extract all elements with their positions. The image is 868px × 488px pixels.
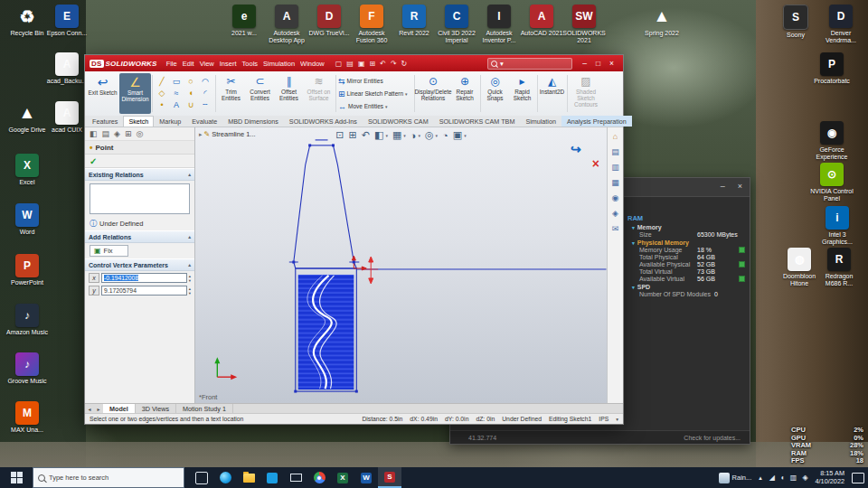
menu-insert[interactable]: Insert [220,60,237,68]
fillet-tool[interactable]: ◜ [198,87,212,99]
battery-icon[interactable]: ▥ [790,474,797,482]
rectangle-tool[interactable]: ▭ [169,75,184,87]
store-button[interactable] [260,467,284,488]
view-orientation-icon[interactable]: ▦ [392,129,401,141]
dimxpert-tab[interactable]: ◈ [114,129,120,138]
quick-snaps-button[interactable]: ◎Quick Snaps [482,73,508,114]
word-button[interactable]: W [354,467,378,488]
desktop-icon-groove-music[interactable]: ♪Groove Music [5,352,49,385]
arc-tool[interactable]: ◠ [198,75,212,87]
smart-dimension-button[interactable]: ∠Smart Dimension [119,73,151,114]
linear-pattern-button[interactable]: ⊞Linear Sketch Pattern▾ [338,88,412,99]
cam-tab[interactable]: ◎ [137,129,144,138]
zoom-fit-icon[interactable]: ⊡ [335,129,344,141]
tab-mbd-dimensions[interactable]: MBD Dimensions [222,116,284,127]
tab-cam[interactable]: SOLIDWORKS CAM [363,116,434,127]
existing-relations-header[interactable]: Existing Relations▴ [85,168,194,181]
move-entities-button[interactable]: ↔Move Entities▾ [338,100,412,112]
minimize-button[interactable]: – [721,182,725,191]
offset-on-surface-button[interactable]: ≋Offset on Surface [304,73,334,114]
appearances-icon[interactable]: ◉ [612,193,619,202]
desktop-icon-autodesk-app[interactable]: AAutodesk Desktop App [265,5,308,44]
tree-node-ram[interactable]: RAM [627,214,745,222]
desktop-icon-procatorbatc[interactable]: PProcatorbatc [810,52,854,85]
new-document-icon[interactable]: ▢ [335,60,343,68]
display-manager-tab[interactable]: ⊞ [125,129,132,138]
forum-icon[interactable]: ✉ [612,224,619,233]
weather-widget[interactable]: Rain... [719,473,752,483]
file-explorer-button[interactable] [237,467,260,488]
desktop-icon-fusion360[interactable]: FAutodesk Fusion 360 [350,5,393,44]
file-explorer-icon[interactable]: ▥ [611,163,619,172]
volume-icon[interactable]: ◖ [780,474,785,482]
resources-home-icon[interactable]: ⌂ [613,132,618,141]
spin-down-icon[interactable]: ▾ [189,278,191,283]
desktop-icon-dwg-trueview[interactable]: DDWG TrueVi... [307,5,351,37]
maximize-button[interactable]: □ [591,59,605,68]
fix-relation-button[interactable]: ▣Fix [90,245,128,257]
units-selector[interactable]: IPS [599,416,609,422]
shaded-sketch-contours-button[interactable]: ▨Shaded Sketch Contours [569,73,603,114]
control-vertex-header[interactable]: Control Vertex Parameters▴ [85,258,194,271]
mirror-entities-button[interactable]: ⇆Mirror Entities [338,75,412,87]
tab-model[interactable]: Model [103,404,136,413]
convert-entities-button[interactable]: ⊂Convert Entities [246,73,274,114]
desktop-icon-soony[interactable]: SSoony [774,5,817,39]
desktop-icon-epson[interactable]: EEpson Conn... [45,5,89,37]
spin-down-icon[interactable]: ▾ [189,291,191,296]
desktop-icon-geforce[interactable]: ◉GeForce Experience [810,121,854,161]
accept-button[interactable]: ✓ [90,156,97,166]
tab-features[interactable]: Features [87,116,123,127]
desktop-icon-excel[interactable]: XExcel [5,154,49,186]
solidworks-taskbar-button[interactable]: S [378,467,401,488]
hide-items-icon[interactable]: ◎ [425,129,434,141]
taskbar-search[interactable]: Type here to search [33,467,184,488]
command-search[interactable]: ▾ [487,58,572,70]
desktop-icon-solidworks[interactable]: SWSOLIDWORKS 2021 [562,5,606,44]
ellipse-tool[interactable]: ◖ [184,87,198,99]
confirm-sketch-icon[interactable]: ↪ [571,142,581,156]
desktop-icon-recycle-bin[interactable]: ♻Recycle Bin [5,5,49,37]
property-manager-tab[interactable]: ◧ [90,129,98,138]
y-spinner[interactable]: ▴▾ [189,286,191,296]
tray-expand-icon[interactable]: ▴ [759,474,762,482]
save-icon[interactable]: ▣ [358,60,365,68]
tab-sketch[interactable]: Sketch [123,116,154,127]
solidworks-titlebar[interactable]: DSSOLIDWORKS File Edit View Insert Tools… [85,55,623,71]
menu-file[interactable]: File [166,60,177,68]
desktop-icon-max[interactable]: MMAX Una... [5,401,49,434]
units-caret-icon[interactable]: ▾ [616,417,618,422]
excel-button[interactable]: X [331,467,354,488]
cancel-sketch-icon[interactable]: × [592,156,599,171]
desktop-icon-denver[interactable]: DDenver Vendrma... [819,5,863,44]
menu-simulation[interactable]: Simulation [263,60,295,68]
chrome-button[interactable] [307,467,331,488]
edit-appearance-icon[interactable]: ◔ [442,130,448,141]
dropdown-icon[interactable]: ▾ [405,91,408,97]
dropdown-icon[interactable]: ▾ [385,104,388,109]
tab-markup[interactable]: Markup [154,116,186,127]
rebuild-icon[interactable]: ↻ [401,60,408,68]
tree-group-spd[interactable]: ▾SPD [632,284,745,290]
bluetooth-icon[interactable]: ◈ [802,474,807,482]
desktop-icon-doornbloon[interactable]: ◍Doornbloon Hitone [778,248,821,287]
trim-entities-button[interactable]: ✂Trim Entities [217,73,245,114]
display-style-icon[interactable]: ◑ [410,130,417,141]
taskbar-clock[interactable]: 8:15 AM 4/10/2022 [816,470,844,485]
redo-icon[interactable]: ↷ [391,60,397,68]
desktop-icon-spring-folder[interactable]: ▲Spring 2022 [640,5,684,37]
configuration-tab[interactable]: ▤ [102,129,110,138]
tab-cam-tbm[interactable]: SOLIDWORKS CAM TBM [434,116,521,127]
y-coordinate-field[interactable]: 9.17205794 [101,286,187,296]
x-coordinate-field[interactable]: -0.19412008 [101,273,187,283]
edge-button[interactable] [213,467,237,488]
task-view-button[interactable] [190,467,213,488]
undo-icon[interactable]: ↶ [380,60,386,68]
construction-tool[interactable]: ╌ [198,99,212,110]
close-button[interactable]: × [605,59,618,68]
line-tool[interactable]: ╱ [155,75,169,87]
zoom-area-icon[interactable]: ⊞ [349,129,357,141]
desktop-icon-acad-backup[interactable]: Aacad_Backu... [45,52,89,85]
desktop-icon-google-drive[interactable]: ▲Google Drive [5,101,49,134]
menu-edit[interactable]: Edit [183,60,194,68]
